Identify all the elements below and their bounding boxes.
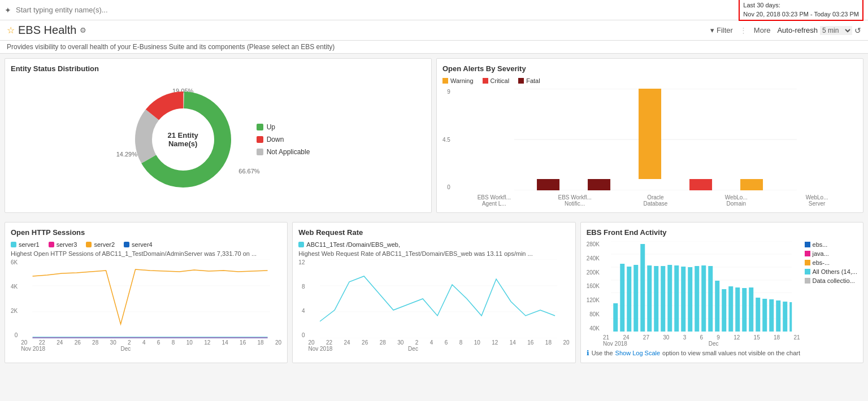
legend-down: Down — [257, 136, 310, 143]
time-range-display: Last 30 days: Nov 20, 2018 03:23 PM - To… — [739, 0, 863, 21]
search-bar[interactable]: ✦ — [5, 6, 739, 15]
legend-up-label: Up — [267, 123, 275, 131]
data-collection-dot — [805, 278, 810, 284]
svg-rect-33 — [708, 266, 713, 332]
ebs-chart-inner: 212427 3036 91215 1821 Nov 2018 Dec — [603, 241, 800, 347]
svg-rect-45 — [789, 302, 792, 332]
server4-dot — [124, 242, 129, 247]
svg-rect-35 — [722, 289, 726, 332]
separator: ⋮ — [740, 26, 747, 34]
ebs-frontend-panel: EBS Front End Activity 280K 240K 200K 16… — [580, 222, 863, 363]
web-request-chart-wrapper: 12 8 4 0 202224 262830 246 81 — [298, 259, 569, 352]
http-sessions-panel: Open HTTP Sessions server1 server3 serve… — [5, 222, 288, 363]
bar2-fatal — [588, 179, 610, 190]
bar4-critical — [689, 179, 712, 190]
svg-rect-39 — [749, 287, 753, 332]
legend-fatal-label: Fatal — [526, 77, 540, 84]
ebs-legend: ebs... java... ebs-... All Others (14,..… — [805, 241, 857, 347]
java-dot — [805, 251, 810, 256]
http-legend: server1 server3 server2 server4 — [11, 241, 281, 248]
server1-dot — [11, 242, 16, 247]
svg-rect-25 — [654, 266, 658, 332]
favorite-star-icon[interactable]: ☆ — [7, 25, 15, 36]
svg-rect-43 — [776, 300, 780, 332]
x-axis-labels-alerts: EBS Workfl...Agent L... EBS Workfl...Not… — [454, 194, 857, 207]
legend-down-label: Down — [267, 136, 284, 143]
legend-critical-label: Critical — [491, 77, 510, 84]
svg-rect-37 — [735, 287, 740, 332]
legend-warning-dot — [442, 78, 448, 84]
legend-server2: server2 — [86, 241, 115, 248]
http-y-axis: 6K 4K 2K 0 — [11, 259, 20, 338]
ebs-x-axis: 212427 3036 91215 1821 — [603, 334, 800, 341]
svg-rect-41 — [762, 299, 767, 332]
svg-rect-34 — [715, 281, 719, 332]
settings-gear-icon[interactable]: ⚙ — [80, 26, 86, 34]
legend-java: java... — [805, 250, 857, 257]
legend-all-others: All Others (14,... — [805, 268, 857, 275]
legend-na: Not Applicable — [257, 148, 310, 156]
open-alerts-panel: Open Alerts By Severity Warning Critical… — [436, 58, 863, 213]
ebs2-dot — [805, 260, 810, 265]
open-alerts-title: Open Alerts By Severity — [442, 64, 857, 73]
web-request-legend: ABC11_1Test /Domain/EBS_web, — [298, 241, 569, 248]
alerts-chart-inner: EBS Workfl...Agent L... EBS Workfl...Not… — [454, 89, 857, 207]
http-sessions-title: Open HTTP Sessions — [11, 228, 281, 237]
http-chart-wrapper: 6K 4K 2K 0 — [11, 259, 281, 352]
donut-chart: 21 EntityName(s) — [127, 83, 240, 196]
auto-refresh-select[interactable]: 5 min 1 min 10 min — [820, 26, 852, 35]
http-server2-line — [33, 269, 268, 324]
server2-dot — [86, 242, 92, 247]
server3-dot — [49, 242, 54, 247]
web-y-axis: 12 8 4 0 — [298, 259, 307, 338]
svg-rect-36 — [728, 286, 733, 332]
http-x-axis: 202224 262830 246 81012 141618 20 — [21, 339, 281, 346]
page-subtitle: Provides visibility to overall health of… — [0, 41, 868, 54]
legend-up: Up — [257, 123, 310, 131]
alerts-chart-wrapper: 9 4.5 0 — [442, 89, 857, 207]
filter-button[interactable]: ▾ Filter — [710, 26, 733, 34]
ebs-y-axis: 280K 240K 200K 160K 120K 80K 40K — [587, 241, 602, 332]
legend-abc11: ABC11_1Test /Domain/EBS_web, — [298, 241, 400, 248]
page-title: EBS Health — [18, 24, 76, 37]
refresh-icon[interactable]: ↺ — [854, 26, 861, 35]
legend-fatal: Fatal — [518, 77, 540, 84]
legend-server1: server1 — [11, 241, 40, 248]
svg-rect-32 — [701, 265, 706, 332]
svg-rect-20 — [620, 264, 624, 332]
info-icon: ℹ — [587, 349, 589, 357]
ebs-front-area: 280K 240K 200K 160K 120K 80K 40K — [587, 241, 857, 347]
show-log-scale-link[interactable]: Show Log Scale — [615, 350, 661, 356]
web-request-title: Web Request Rate — [298, 228, 569, 237]
svg-rect-21 — [627, 267, 631, 332]
svg-rect-27 — [667, 265, 672, 332]
bar5-warning — [740, 179, 763, 190]
donut-legend: Up Down Not Applicable — [257, 123, 310, 156]
legend-server4: server4 — [124, 241, 153, 248]
auto-refresh-control: Auto-refresh 5 min 1 min 10 min ↺ — [777, 26, 861, 35]
svg-rect-26 — [661, 266, 665, 332]
web-request-line — [320, 276, 555, 321]
legend-up-dot — [257, 124, 263, 130]
more-button[interactable]: More — [754, 26, 771, 34]
ebs-frontend-title: EBS Front End Activity — [587, 228, 857, 237]
web-x-axis: 202224 262830 246 81012 141618 20 — [308, 339, 569, 346]
legend-down-dot — [257, 136, 263, 143]
web-line-svg — [308, 259, 569, 338]
svg-rect-44 — [783, 302, 787, 332]
svg-rect-29 — [681, 267, 685, 332]
web-x-sublabel: Nov 2018 Dec — [308, 346, 569, 352]
ebs-footer: ℹ Use the Show Log Scale option to view … — [587, 349, 857, 357]
entity-status-panel: Entity Status Distribution 19.05% 14.29%… — [5, 58, 432, 213]
y-axis-labels: 9 4.5 0 — [442, 89, 453, 190]
donut-area: 19.05% 14.29% 66.67% 21 EntityName(s) — [11, 77, 426, 202]
http-chart-inner: 202224 262830 246 81012 141618 20 Nov 20… — [21, 259, 281, 352]
header-controls: ▾ Filter ⋮ More Auto-refresh 5 min 1 min… — [710, 26, 861, 35]
donut-wrapper: 19.05% 14.29% 66.67% 21 EntityName(s) — [127, 83, 240, 196]
ebs1-dot — [805, 242, 810, 247]
http-subtitle: Highest Open HTTP Sessions of ABC11_1_Te… — [11, 250, 281, 257]
entity-search-input[interactable] — [16, 6, 185, 14]
legend-critical: Critical — [483, 77, 510, 84]
svg-rect-40 — [756, 298, 760, 332]
svg-rect-22 — [633, 265, 638, 332]
